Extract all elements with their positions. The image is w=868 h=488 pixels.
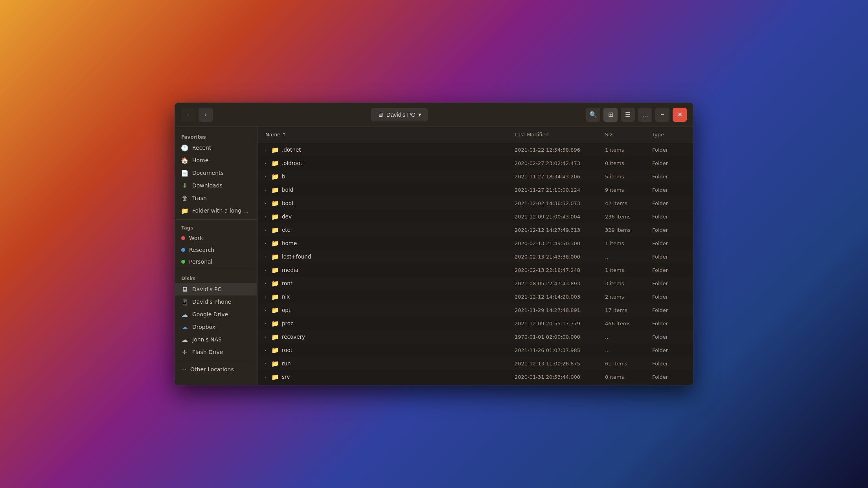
table-row[interactable]: › 📁 home 2020-02-13 21:49:50.300 1 items…: [257, 237, 693, 250]
back-button[interactable]: ‹: [181, 108, 195, 122]
phone-icon: 📱: [181, 298, 188, 305]
table-row[interactable]: › 📁 srv 2020-01-31 20:53:44.000 0 items …: [257, 370, 693, 383]
file-modified: 1970-01-01 02:00:00.000: [511, 334, 602, 340]
list-icon: ☰: [625, 111, 631, 118]
document-icon: 📄: [181, 169, 188, 176]
table-row[interactable]: › 📁 recovery 1970-01-01 02:00:00.000 ...…: [257, 330, 693, 343]
sidebar-item-davids-phone[interactable]: 📱 David's Phone: [175, 295, 257, 308]
table-row[interactable]: › 📁 proc 2021-12-09 20:55:17.779 466 ite…: [257, 317, 693, 330]
forward-button[interactable]: ›: [199, 108, 213, 122]
tags-section-title: Tags: [175, 222, 257, 232]
file-name-cell: › 📁 home: [262, 240, 511, 247]
sidebar-item-downloads[interactable]: ⬇ Downloads: [175, 179, 257, 192]
location-button[interactable]: 🖥 David's PC ▾: [371, 108, 428, 121]
personal-tag-dot: [181, 260, 185, 264]
file-name: lost+found: [282, 253, 311, 260]
file-list: › 📁 .dotnet 2021-01-22 12:54:58.896 1 it…: [257, 143, 693, 385]
file-name: b: [282, 173, 285, 180]
list-view-button[interactable]: ☰: [621, 108, 635, 122]
file-size: ...: [602, 334, 649, 340]
download-icon: ⬇: [181, 182, 188, 189]
folder-icon: 📁: [272, 266, 279, 273]
divider-2: [175, 270, 257, 270]
expand-arrow: ›: [262, 187, 268, 193]
table-row[interactable]: › 📁 dev 2021-12-09 21:00:43.004 236 item…: [257, 210, 693, 223]
file-type: Folder: [649, 254, 688, 260]
divider-3: [175, 361, 257, 361]
type-column-header[interactable]: Type: [649, 130, 688, 139]
size-column-header[interactable]: Size: [602, 130, 649, 139]
sidebar-item-work[interactable]: Work: [175, 232, 257, 244]
file-size: 0 items: [602, 160, 649, 166]
table-row[interactable]: › 📁 .oldroot 2020-02-27 23:02:42.473 0 i…: [257, 156, 693, 170]
table-row[interactable]: › 📁 etc 2021-12-12 14:27:49.313 329 item…: [257, 223, 693, 237]
table-row[interactable]: › 📁 boot 2021-12-02 14:36:52.073 42 item…: [257, 196, 693, 210]
table-row[interactable]: › 📁 media 2020-02-13 22:18:47.248 1 item…: [257, 263, 693, 277]
file-modified: 2021-11-26 01:07:37.985: [511, 347, 602, 353]
location-label: David's PC: [386, 111, 416, 118]
flash-drive-label: Flash Drive: [192, 349, 223, 355]
column-headers: Name ↑ Last Modified Size Type: [257, 127, 693, 143]
file-type: Folder: [649, 160, 688, 166]
folder-icon: 📁: [272, 373, 279, 380]
more-options-button[interactable]: …: [638, 108, 652, 122]
grid-view-button[interactable]: ⊞: [603, 108, 618, 122]
cloud-icon: ☁: [181, 311, 188, 318]
table-row[interactable]: › 📁 mnt 2021-08-05 22:47:43.893 3 items …: [257, 277, 693, 290]
sidebar-item-personal[interactable]: Personal: [175, 256, 257, 268]
file-manager-window: ‹ › 🖥 David's PC ▾ 🔍 ⊞ ☰ …: [175, 103, 693, 385]
sidebar-item-dropbox[interactable]: ☁ Dropbox: [175, 321, 257, 333]
minimize-icon: −: [660, 111, 664, 118]
other-locations-item[interactable]: ⋯ Other Locations: [175, 363, 257, 375]
sidebar-item-documents[interactable]: 📄 Documents: [175, 167, 257, 179]
table-row[interactable]: › 📁 nix 2021-12-12 14:14:20.003 2 items …: [257, 290, 693, 303]
work-label: Work: [189, 235, 203, 241]
file-name: opt: [282, 307, 291, 313]
table-row[interactable]: › 📁 lost+found 2020-02-13 21:43:38.000 .…: [257, 250, 693, 263]
search-button[interactable]: 🔍: [586, 108, 600, 122]
folder-icon: 📁: [272, 240, 279, 247]
folder-icon: 📁: [272, 347, 279, 354]
expand-arrow: ›: [262, 240, 268, 246]
sidebar-item-folder-long[interactable]: 📁 Folder with a long na…: [175, 204, 257, 217]
table-row[interactable]: › 📁 bold 2021-11-27 21:10:00.124 9 items…: [257, 183, 693, 196]
sidebar-item-research[interactable]: Research: [175, 244, 257, 256]
table-row[interactable]: › 📁 .dotnet 2021-01-22 12:54:58.896 1 it…: [257, 143, 693, 156]
sidebar-item-flash-drive[interactable]: ✛ Flash Drive: [175, 346, 257, 358]
sidebar-item-johns-nas[interactable]: ☁ John's NAS: [175, 333, 257, 346]
folder-icon: 📁: [272, 213, 279, 220]
modified-column-header[interactable]: Last Modified: [511, 130, 602, 139]
expand-arrow: ›: [262, 360, 268, 367]
file-name: dev: [282, 213, 292, 220]
folder-icon: 📁: [272, 280, 279, 287]
more-dot-icon: ⋯: [181, 367, 186, 372]
flash-drive-icon: ✛: [181, 349, 188, 356]
name-column-header[interactable]: Name ↑: [262, 130, 511, 139]
main-content: Favorites 🕐 Recent 🏠 Home 📄 Documents ⬇ …: [175, 127, 693, 385]
file-name: proc: [282, 320, 294, 327]
file-name-cell: › 📁 srv: [262, 373, 511, 380]
expand-arrow: ›: [262, 267, 268, 273]
folder-icon: 📁: [272, 173, 279, 180]
table-row[interactable]: › 📁 root 2021-11-26 01:07:37.985 ... Fol…: [257, 343, 693, 357]
table-row[interactable]: › 📁 sys 2021-12-09 20:55:17.779 11 items…: [257, 383, 693, 385]
folder-icon: 📁: [272, 186, 279, 193]
computer-icon: 🖥: [181, 286, 188, 293]
table-row[interactable]: › 📁 opt 2021-11-29 14:27:48.891 17 items…: [257, 303, 693, 317]
file-type: Folder: [649, 174, 688, 180]
table-row[interactable]: › 📁 run 2021-12-13 11:00:26.875 61 items…: [257, 357, 693, 370]
file-type: Folder: [649, 187, 688, 193]
file-name: etc: [282, 227, 290, 233]
sidebar-item-davids-pc[interactable]: 🖥 David's PC: [175, 283, 257, 295]
minimize-button[interactable]: −: [655, 108, 669, 122]
table-row[interactable]: › 📁 b 2021-11-27 18:34:43.206 5 items Fo…: [257, 170, 693, 183]
titlebar-center: 🖥 David's PC ▾: [216, 108, 583, 121]
file-name-cell: › 📁 b: [262, 173, 511, 180]
close-button[interactable]: ✕: [673, 108, 687, 122]
file-name-cell: › 📁 mnt: [262, 280, 511, 287]
sidebar-item-google-drive[interactable]: ☁ Google Drive: [175, 308, 257, 321]
sidebar-item-recent[interactable]: 🕐 Recent: [175, 141, 257, 154]
file-modified: 2020-02-13 21:49:50.300: [511, 240, 602, 246]
sidebar-item-trash[interactable]: 🗑 Trash: [175, 192, 257, 204]
sidebar-item-home[interactable]: 🏠 Home: [175, 154, 257, 167]
